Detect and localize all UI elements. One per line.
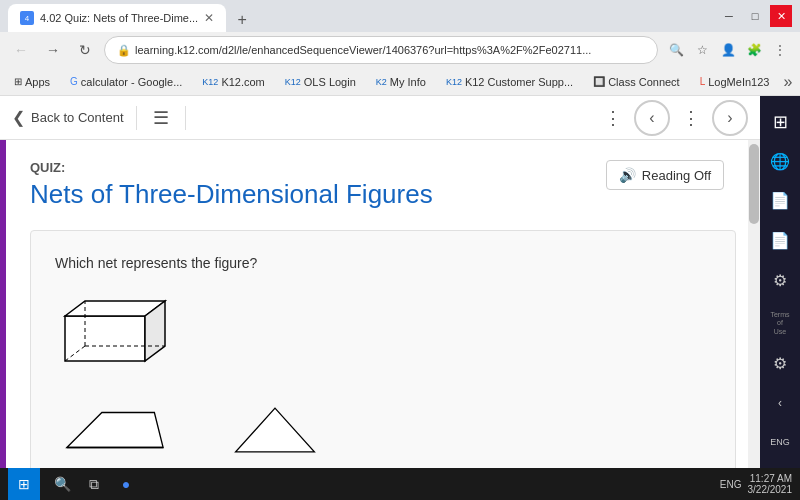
svg-marker-6 — [67, 413, 163, 448]
minimize-button[interactable]: ─ — [718, 5, 740, 27]
settings-icon[interactable]: ⚙ — [762, 262, 798, 298]
address-actions: 🔍 ☆ 👤 🧩 ⋮ — [664, 38, 792, 62]
svg-marker-8 — [236, 408, 315, 452]
dark-file-icon[interactable]: 📄 — [762, 223, 798, 259]
reading-icon: 🔊 — [619, 167, 636, 183]
more-options-icon[interactable]: ⋮ — [600, 103, 626, 133]
bookmark-k12com[interactable]: K12 K12.com — [196, 74, 270, 90]
tab-close-button[interactable]: ✕ — [204, 11, 214, 25]
scroll-track[interactable] — [748, 140, 760, 468]
windows-sidebar: ⊞ 🌐 📄 📄 ⚙ TermsofUse ⚙ ‹ ENG — [760, 96, 800, 468]
hamburger-menu-icon[interactable]: ☰ — [149, 103, 173, 133]
lock-icon: 🔒 — [117, 44, 131, 57]
question-text: Which net represents the figure? — [55, 255, 711, 271]
forward-nav-button[interactable]: → — [40, 37, 66, 63]
profile-icon[interactable]: 👤 — [716, 38, 740, 62]
address-bar: ← → ↻ 🔒 learning.k12.com/d2l/le/enhanced… — [0, 32, 800, 68]
viewer-toolbar: ❮ Back to Content ☰ ⋮ ‹ ⋮ › — [0, 96, 760, 140]
tray-time: 11:27 AM 3/22/2021 — [748, 473, 793, 495]
taskbar-task-view-icon[interactable]: ⧉ — [80, 470, 108, 498]
back-arrow-icon: ❮ — [12, 108, 25, 127]
sidebar-settings-icon[interactable]: ⚙ — [762, 345, 798, 381]
window-controls: ─ □ ✕ — [718, 5, 792, 27]
taskbar-icons: 🔍 ⧉ ● — [48, 470, 140, 498]
back-content-label: Back to Content — [31, 110, 124, 125]
scroll-thumb[interactable] — [749, 144, 759, 224]
bookmark-customer-support[interactable]: K12 K12 Customer Supp... — [440, 74, 579, 90]
bookmark-ols-login[interactable]: K12 OLS Login — [279, 74, 362, 90]
start-button[interactable]: ⊞ — [8, 468, 40, 500]
bookmark-my-info[interactable]: K2 My Info — [370, 74, 432, 90]
tray-lang: ENG — [720, 479, 742, 490]
tab-area: 4 4.02 Quiz: Nets of Three-Dime... ✕ + — [8, 0, 254, 32]
search-icon[interactable]: 🔍 — [664, 38, 688, 62]
back-nav-button[interactable]: ← — [8, 37, 34, 63]
active-tab[interactable]: 4 4.02 Quiz: Nets of Three-Dime... ✕ — [8, 4, 226, 32]
next-page-button[interactable]: › — [712, 100, 748, 136]
tab-title: 4.02 Quiz: Nets of Three-Dime... — [40, 12, 198, 24]
reading-off-button[interactable]: 🔊 Reading Off — [606, 160, 724, 190]
answer-a-figure — [55, 395, 175, 465]
extensions-icon[interactable]: 🧩 — [742, 38, 766, 62]
viewer-content: QUIZ: Nets of Three-Dimensional Figures … — [6, 140, 760, 468]
svg-rect-0 — [65, 316, 145, 361]
taskbar: ⊞ 🔍 ⧉ ● ENG 11:27 AM 3/22/2021 — [0, 468, 800, 500]
language-icon[interactable]: ENG — [762, 425, 798, 461]
bookmark-class-connect[interactable]: 🔲 Class Connect — [587, 74, 686, 90]
address-input[interactable]: 🔒 learning.k12.com/d2l/le/enhancedSequen… — [104, 36, 658, 64]
toolbar-divider-2 — [185, 106, 186, 130]
3d-box-figure — [55, 291, 175, 371]
toolbar-divider-1 — [136, 106, 137, 130]
page-options-icon[interactable]: ⋮ — [678, 103, 704, 133]
new-tab-button[interactable]: + — [230, 8, 254, 32]
close-button[interactable]: ✕ — [770, 5, 792, 27]
reading-label: Reading Off — [642, 168, 711, 183]
reload-button[interactable]: ↻ — [72, 37, 98, 63]
viewer-content-wrapper: QUIZ: Nets of Three-Dimensional Figures … — [0, 140, 760, 468]
bookmarks-more-button[interactable]: » — [783, 73, 792, 91]
viewer-panel: ❮ Back to Content ☰ ⋮ ‹ ⋮ › QUIZ: — [0, 96, 760, 468]
url-text: learning.k12.com/d2l/le/enhancedSequence… — [135, 44, 645, 56]
bookmark-star-icon[interactable]: ☆ — [690, 38, 714, 62]
taskbar-search-icon[interactable]: 🔍 — [48, 470, 76, 498]
answer-b-figure — [215, 395, 335, 465]
terms-label: TermsofUse — [762, 306, 798, 342]
bookmarks-bar: ⊞ Apps G calculator - Google... K12 K12.… — [0, 68, 800, 96]
title-bar: 4 4.02 Quiz: Nets of Three-Dime... ✕ + ─… — [0, 0, 800, 32]
taskbar-chrome-icon[interactable]: ● — [112, 470, 140, 498]
browser-icon[interactable]: 🌐 — [762, 144, 798, 180]
tab-favicon: 4 — [20, 11, 34, 25]
bookmark-calculator[interactable]: G calculator - Google... — [64, 74, 188, 90]
bookmark-logmein[interactable]: L LogMeIn123 — [694, 74, 776, 90]
answers-row — [55, 395, 711, 465]
windows-logo-icon[interactable]: ⊞ — [762, 104, 798, 140]
file-icon[interactable]: 📄 — [762, 183, 798, 219]
answer-option-b[interactable] — [215, 395, 335, 465]
browser-frame: 4 4.02 Quiz: Nets of Three-Dime... ✕ + ─… — [0, 0, 800, 500]
question-card: Which net represents the figure? — [30, 230, 736, 468]
sidebar-expand-icon[interactable]: ‹ — [762, 385, 798, 421]
maximize-button[interactable]: □ — [744, 5, 766, 27]
bookmark-apps[interactable]: ⊞ Apps — [8, 74, 56, 90]
taskbar-tray: ENG 11:27 AM 3/22/2021 — [720, 473, 792, 495]
menu-icon[interactable]: ⋮ — [768, 38, 792, 62]
back-to-content-button[interactable]: ❮ Back to Content — [12, 108, 124, 127]
answer-option-a[interactable] — [55, 395, 175, 465]
prev-page-button[interactable]: ‹ — [634, 100, 670, 136]
3d-figure-container — [55, 291, 711, 375]
